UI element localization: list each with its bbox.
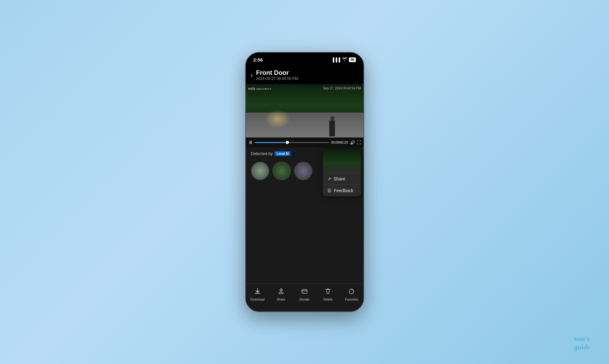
share-menu-label: Share xyxy=(334,176,345,181)
local-ai-badge: Local AI xyxy=(275,151,291,156)
fullscreen-button[interactable]: ⛶ xyxy=(357,140,361,145)
signal-icon: ▐▐▐ xyxy=(331,57,340,62)
context-menu-thumbnail xyxy=(323,147,361,173)
feedback-menu-label: Feedback xyxy=(334,188,353,193)
ground xyxy=(246,113,363,138)
battery-icon: 58 xyxy=(349,57,356,62)
donate-icon xyxy=(301,288,308,296)
delete-toolbar-item[interactable]: Delete xyxy=(316,288,340,301)
share-icon: ↗ xyxy=(327,176,331,181)
toms-guide-logo: tom's guide xyxy=(574,335,590,351)
ctx-thumb-background xyxy=(323,147,361,173)
svg-point-3 xyxy=(303,292,304,292)
progress-bar[interactable] xyxy=(255,142,329,143)
progress-fill xyxy=(255,142,286,143)
header: ‹ Front Door 2024-09-27 09:40:55 PM xyxy=(246,67,363,84)
status-bar: 2:56 ▐▐▐ 58 xyxy=(246,53,363,67)
favorites-icon xyxy=(348,288,355,296)
download-label: Download xyxy=(250,298,264,301)
feedback-menu-item[interactable]: ☰ Feedback xyxy=(323,185,361,196)
svg-rect-0 xyxy=(255,293,260,294)
svg-rect-2 xyxy=(302,289,307,293)
person-figure-head xyxy=(330,116,335,120)
person-figure-body xyxy=(329,120,335,136)
eufy-watermark: eufy SECURITY xyxy=(248,87,272,90)
share-toolbar-item[interactable]: Share xyxy=(269,288,293,301)
share-toolbar-label: Share xyxy=(277,298,285,301)
delete-icon xyxy=(324,288,331,296)
header-text: Front Door 2024-09-27 09:40:55 PM xyxy=(256,69,358,81)
favorites-label: Favorites xyxy=(345,298,358,301)
page-title: Front Door xyxy=(256,69,358,76)
share-menu-item[interactable]: ↗ Share xyxy=(323,173,361,185)
phone-frame: 2:56 ▐▐▐ 58 ‹ Front Door 2024-09-27 09:4… xyxy=(245,52,364,312)
progress-thumb xyxy=(286,141,289,144)
thumbnail-1[interactable] xyxy=(251,162,269,180)
favorites-toolbar-item[interactable]: Favorites xyxy=(340,288,363,301)
context-menu: ↗ Share ☰ Feedback xyxy=(323,147,361,196)
thumbnail-2[interactable] xyxy=(272,162,291,180)
time-display: 00:09/00:20 xyxy=(331,141,348,144)
pause-button[interactable]: ⏸ xyxy=(248,140,253,145)
light-effect xyxy=(265,109,290,128)
status-icons: ▐▐▐ 58 xyxy=(331,57,356,62)
download-toolbar-item[interactable]: Download xyxy=(246,288,269,301)
donate-label: Donate xyxy=(299,298,310,301)
video-controls: ⏸ 00:09/00:20 🔊 ⛶ xyxy=(246,137,363,147)
content-area: Detected by Local AI ↗ Share ☰ Feedback xyxy=(246,147,363,283)
donate-toolbar-item[interactable]: Donate xyxy=(293,288,316,301)
status-time: 2:56 xyxy=(253,57,263,62)
video-overlay-timestamp: Sep 27, 2024 09:40:54 PM xyxy=(323,87,361,90)
share-toolbar-icon xyxy=(278,288,285,296)
bottom-toolbar: Download Share Donate xyxy=(246,283,363,311)
download-icon xyxy=(254,288,261,296)
delete-label: Delete xyxy=(324,298,333,301)
wifi-icon xyxy=(342,57,347,62)
thumbnail-3[interactable] xyxy=(294,162,312,180)
back-button[interactable]: ‹ xyxy=(251,71,253,79)
recording-timestamp: 2024-09-27 09:40:55 PM xyxy=(256,76,358,81)
video-player[interactable]: eufy SECURITY Sep 27, 2024 09:40:54 PM ⏸… xyxy=(246,84,363,147)
volume-button[interactable]: 🔊 xyxy=(350,140,355,145)
feedback-icon: ☰ xyxy=(327,188,331,193)
